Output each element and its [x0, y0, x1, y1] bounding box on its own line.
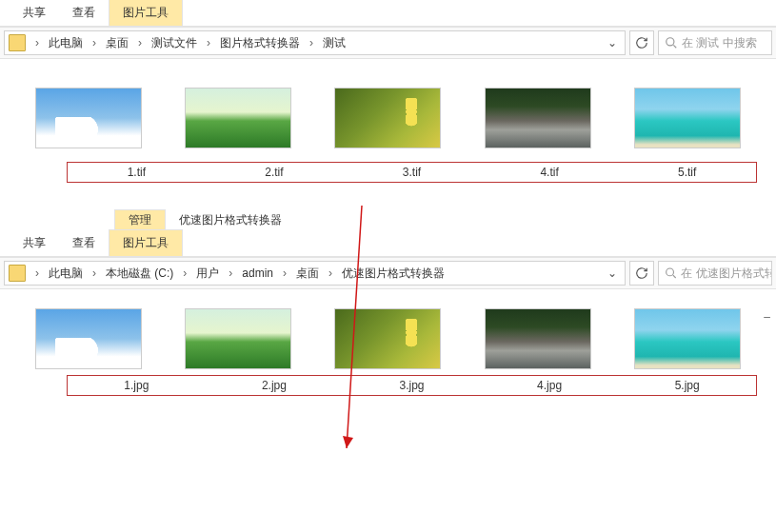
file-thumbnail [634, 308, 741, 369]
breadcrumb-item[interactable]: 测试 [319, 35, 349, 51]
chevron-right-icon[interactable]: › [304, 36, 319, 49]
address-bar[interactable]: › 此电脑 › 本地磁盘 (C:) › 用户 › admin › 桌面 › 优速… [4, 261, 626, 286]
search-icon [665, 36, 678, 49]
explorer-window-top: 共享 查看 图片工具 › 此电脑 › 桌面 › 测试文件 › 图片格式转换器 ›… [0, 0, 776, 183]
chevron-down-icon[interactable]: ⌄ [600, 36, 625, 49]
file-item[interactable] [176, 308, 300, 369]
menubar-view[interactable]: 查看 [59, 0, 109, 26]
address-bar-row: › 此电脑 › 本地磁盘 (C:) › 用户 › admin › 桌面 › 优速… [0, 257, 776, 289]
file-list [0, 289, 776, 371]
file-thumbnail [334, 88, 441, 148]
search-box[interactable]: 在 测试 中搜索 [658, 30, 772, 55]
file-name[interactable]: 4.jpg [487, 379, 611, 392]
breadcrumb-item[interactable]: 此电脑 [45, 35, 87, 51]
folder-icon [9, 265, 26, 282]
chevron-right-icon[interactable]: › [30, 266, 45, 280]
file-item[interactable] [626, 308, 749, 369]
chevron-right-icon[interactable]: › [87, 266, 102, 280]
file-name[interactable]: 2.jpg [212, 379, 336, 392]
file-name[interactable]: 4.tif [487, 166, 611, 179]
file-item[interactable] [476, 88, 600, 148]
file-thumbnail [634, 88, 741, 148]
svg-point-3 [667, 268, 674, 276]
file-thumbnail [35, 88, 142, 148]
file-item[interactable] [27, 308, 150, 369]
window-title: 优速图片格式转换器 [166, 210, 295, 230]
file-name[interactable]: 3.tif [349, 166, 473, 179]
chevron-right-icon[interactable]: › [223, 266, 238, 280]
address-bar[interactable]: › 此电脑 › 桌面 › 测试文件 › 图片格式转换器 › 测试 ⌄ [4, 30, 626, 55]
chevron-right-icon[interactable]: › [277, 266, 292, 280]
breadcrumb-item[interactable]: 桌面 [102, 35, 132, 51]
breadcrumb-item[interactable]: 此电脑 [45, 266, 87, 282]
file-name[interactable]: 5.tif [626, 166, 749, 179]
search-placeholder: 在 优速图片格式转 [681, 266, 771, 282]
menubar-picture-tools[interactable]: 图片工具 [109, 229, 183, 256]
file-name[interactable]: 1.jpg [74, 379, 198, 392]
breadcrumb-item[interactable]: 图片格式转换器 [216, 35, 304, 51]
file-name[interactable]: 2.tif [212, 166, 336, 179]
folder-icon [9, 34, 26, 51]
file-thumbnail [485, 308, 591, 369]
menubar-share[interactable]: 共享 [10, 0, 59, 26]
breadcrumb-item[interactable]: 桌面 [292, 266, 323, 282]
contextual-tab-header: 管理 优速图片格式转换器 [0, 211, 776, 230]
menubar-picture-tools[interactable]: 图片工具 [109, 0, 183, 26]
menubar-view[interactable]: 查看 [59, 230, 109, 256]
refresh-button[interactable] [629, 30, 654, 55]
search-box[interactable]: 在 优速图片格式转 [658, 261, 772, 286]
search-placeholder: 在 测试 中搜索 [682, 35, 757, 51]
filename-highlight-box: 1.jpg 2.jpg 3.jpg 4.jpg 5.jpg [67, 375, 757, 396]
file-thumbnail [35, 308, 142, 369]
chevron-right-icon[interactable]: › [201, 36, 216, 49]
file-item[interactable] [626, 88, 749, 148]
chevron-down-icon[interactable]: ⌄ [600, 266, 625, 280]
refresh-icon [635, 266, 648, 280]
file-thumbnail [185, 308, 291, 369]
file-name[interactable]: 5.jpg [626, 379, 749, 392]
file-item[interactable] [326, 308, 449, 369]
menubar-share[interactable]: 共享 [10, 230, 59, 256]
bottom-menubar: 共享 查看 图片工具 [0, 230, 776, 257]
breadcrumb-item[interactable]: admin [238, 266, 277, 280]
file-thumbnail [185, 88, 291, 148]
chevron-right-icon[interactable]: › [30, 36, 45, 49]
breadcrumb-item[interactable]: 本地磁盘 (C:) [102, 266, 177, 282]
search-icon [665, 266, 677, 280]
file-name[interactable]: 1.tif [74, 166, 198, 179]
top-menubar: 共享 查看 图片工具 [0, 0, 776, 27]
refresh-icon [635, 36, 648, 49]
svg-marker-2 [343, 436, 353, 448]
contextual-tab-category[interactable]: 管理 [114, 209, 166, 230]
chevron-right-icon[interactable]: › [177, 266, 192, 280]
chevron-right-icon[interactable]: › [132, 36, 148, 49]
file-thumbnail [485, 88, 591, 148]
chevron-right-icon[interactable]: › [323, 266, 338, 280]
refresh-button[interactable] [629, 261, 654, 286]
breadcrumb-item[interactable]: 测试文件 [148, 35, 201, 51]
breadcrumb-item[interactable]: 用户 [192, 266, 223, 282]
svg-point-0 [667, 38, 674, 46]
filename-highlight-box: 1.tif 2.tif 3.tif 4.tif 5.tif [67, 162, 757, 183]
file-item[interactable] [476, 308, 600, 369]
file-item[interactable] [27, 88, 150, 148]
file-name[interactable]: 3.jpg [349, 379, 473, 392]
address-bar-row: › 此电脑 › 桌面 › 测试文件 › 图片格式转换器 › 测试 ⌄ 在 测试 … [0, 27, 776, 59]
breadcrumb-item[interactable]: 优速图片格式转换器 [338, 266, 448, 282]
file-list [0, 59, 776, 158]
file-thumbnail [334, 308, 441, 369]
chevron-right-icon[interactable]: › [87, 36, 102, 49]
explorer-window-bottom: 管理 优速图片格式转换器 共享 查看 图片工具 › 此电脑 › 本地磁盘 (C:… [0, 211, 776, 396]
file-item[interactable] [326, 88, 449, 148]
file-item[interactable] [176, 88, 300, 148]
